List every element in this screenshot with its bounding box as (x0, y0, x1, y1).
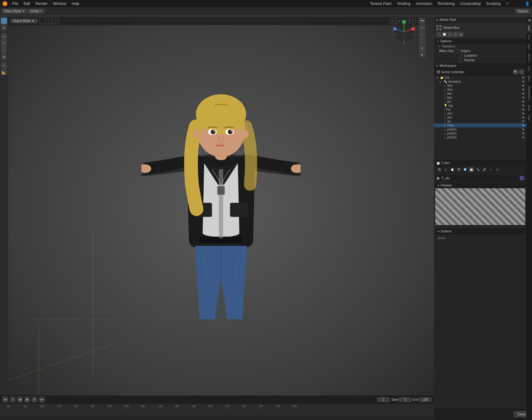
outliner-item-aya1[interactable]: △ Aya 👁 (434, 84, 526, 88)
visibility-icon[interactable]: 👁 (522, 104, 525, 107)
menu-rendering[interactable]: Rendering (435, 1, 457, 6)
item-tab[interactable]: Item (527, 23, 532, 33)
visibility-icon[interactable]: 👁 (522, 88, 525, 91)
menu-scripting[interactable]: Scripting (484, 1, 503, 6)
rotate-tool-btn[interactable]: ↻ (1, 40, 7, 46)
visibility-icon[interactable]: 👁 (522, 96, 525, 99)
scene-props-icon[interactable]: 🎬 (527, 18, 532, 23)
menu-animation[interactable]: Animation (414, 1, 435, 6)
data-props-icon[interactable]: △ (488, 167, 493, 172)
blender-logo-icon[interactable]: ● (2, 1, 7, 6)
transform-tool-btn[interactable]: ⊞ (1, 54, 7, 60)
end-frame-input[interactable]: 150 (419, 397, 432, 402)
preview-header[interactable]: ▶ Preview (435, 183, 525, 188)
menu-shading[interactable]: Shading (395, 1, 413, 6)
cursor-tool-btn[interactable]: ⊕ (1, 24, 7, 31)
outliner-add-icon[interactable]: + (519, 69, 524, 74)
overlays-icon[interactable]: ⊡ (419, 45, 425, 51)
start-frame-input[interactable]: 1 (399, 397, 411, 402)
select-tool-btn[interactable]: ↖ (1, 18, 7, 24)
outliner-item-polysu3[interactable]: △ polySu 👁 (434, 135, 526, 139)
outliner-item-polysu1[interactable]: △ polySu 👁 (434, 127, 526, 131)
outliner-item-aya2[interactable]: △ Aya 👁 (434, 88, 526, 92)
menu-compositing[interactable]: Compositing (458, 1, 483, 6)
material-props-icon[interactable]: ● (494, 167, 500, 172)
menu-file[interactable]: File (10, 1, 21, 6)
scale-tool-btn[interactable]: ⤡ (1, 47, 7, 53)
zoom-in-icon[interactable]: + (419, 31, 425, 37)
visibility-icon[interactable]: 👁 (522, 100, 525, 103)
menu-add-workspace[interactable]: + (504, 1, 511, 6)
outliner-item-sho2[interactable]: △ sho 👁 (434, 115, 526, 119)
jump-end-btn[interactable]: ⏭ (39, 397, 45, 402)
xray-icon[interactable]: ◈ (419, 51, 425, 58)
outliner-item-tshirt[interactable]: △ T-sh 👁 (434, 123, 526, 127)
create-tab[interactable]: Create (527, 51, 532, 64)
viewport-canvas[interactable] (8, 17, 434, 396)
measure-tool-btn[interactable]: 📐 (1, 69, 7, 75)
view-tab[interactable]: View (527, 42, 532, 51)
navigation-gizmo[interactable]: X Y Z (392, 20, 416, 44)
tool-tab[interactable]: Tool (527, 33, 532, 42)
xps-tab[interactable]: XPS (527, 64, 532, 73)
play-reverse-btn[interactable]: ◀ (17, 397, 23, 402)
outliner-item-sho1[interactable]: △ sho 👁 (434, 111, 526, 115)
menu-render[interactable]: Render (33, 1, 50, 6)
modifier-props-icon[interactable]: 🔧 (475, 167, 481, 172)
mmd-tab[interactable]: MMD (527, 102, 532, 113)
visibility-icon[interactable]: 👁 (522, 136, 525, 139)
outliner-item-poi[interactable]: • Poi 👁 (434, 107, 526, 111)
face-select-icon[interactable]: ▪ (53, 18, 59, 24)
move-tool-btn[interactable]: ✛ (1, 33, 7, 39)
prev-keyframe-btn[interactable]: ◂ (10, 397, 15, 402)
next-keyframe-btn[interactable]: ▸ (32, 397, 37, 402)
outliner-item-boo[interactable]: △ boo 👁 (434, 96, 526, 99)
orbit-icon[interactable]: ⊙ (419, 24, 425, 31)
visibility-icon[interactable]: 👁 (522, 112, 525, 115)
set-mode-icon-1[interactable]: ⬜ (442, 32, 447, 37)
visibility-icon[interactable]: 👁 (522, 120, 525, 123)
set-mode-icon-4[interactable]: ◉ (459, 32, 463, 37)
visibility-icon[interactable]: 👁 (522, 124, 525, 127)
output-props-icon[interactable]: 🖨 (443, 167, 448, 172)
facebuilder-tab[interactable]: FaceBuilder (527, 84, 532, 102)
options-header[interactable]: ▼ Options (434, 38, 526, 44)
object-props-icon[interactable]: ⬤ (469, 167, 474, 172)
misc-tab[interactable]: Misc (527, 113, 532, 122)
menu-edit[interactable]: Edit (21, 1, 32, 6)
outliner-item-lig[interactable]: 💡 Lig 👁 (434, 103, 526, 107)
visibility-icon[interactable]: 👁 (522, 132, 525, 135)
outliner-item-bac[interactable]: △ bac 👁 (434, 92, 526, 96)
menu-help[interactable]: Help (69, 1, 82, 6)
hmr-tab[interactable]: HMR (527, 73, 532, 84)
outliner-filter-icon[interactable]: 🔍 (513, 69, 518, 74)
menu-texture-paint[interactable]: Texture Paint (368, 1, 394, 6)
constraint-props-icon[interactable]: 🔗 (481, 167, 487, 172)
set-mode-icon-3[interactable]: ⊡ (453, 32, 458, 37)
vertex-select-icon[interactable]: · (39, 18, 45, 24)
3d-viewport[interactable] (8, 17, 434, 396)
visibility-icon[interactable]: 👁 (522, 108, 525, 111)
timeline-ruler[interactable]: 40 60 100 110 120 130 140 150 (0, 403, 434, 416)
visibility-icon[interactable]: 👁 (522, 84, 525, 87)
transform-header[interactable]: ▼ Transform (434, 44, 526, 49)
menu-window[interactable]: Window (51, 1, 69, 6)
outliner-item-jac[interactable]: △ jac 👁 (434, 99, 526, 103)
zoom-out-icon[interactable]: - (419, 38, 425, 44)
camera-icon[interactable]: 📷 (419, 18, 425, 24)
parents-checkbox[interactable] (459, 59, 462, 62)
origins-checkbox[interactable] (456, 50, 459, 53)
global-local-btn[interactable]: Global ▼ (28, 9, 45, 13)
annotate-tool-btn[interactable]: ✏ (1, 62, 7, 69)
workspace-header[interactable]: ▶ Workspace (434, 62, 526, 69)
viewport-mode-dropdown[interactable]: Object Mode ▼ (10, 19, 37, 23)
jump-start-btn[interactable]: ⏮ (2, 397, 8, 402)
world-props-icon[interactable]: 🌍 (462, 167, 468, 172)
outliner-item-col[interactable]: ▼ 📁 Col 👁 (434, 76, 526, 80)
active-tool-header[interactable]: ▶ Active Tool (434, 17, 526, 23)
options-btn[interactable]: Options (515, 9, 530, 13)
visibility-icon[interactable]: 👁 (522, 116, 525, 119)
outliner-item-polysu2[interactable]: △ polySu 👁 (434, 131, 526, 135)
locations-checkbox[interactable] (459, 54, 462, 57)
material-color-swatch[interactable] (520, 176, 524, 180)
